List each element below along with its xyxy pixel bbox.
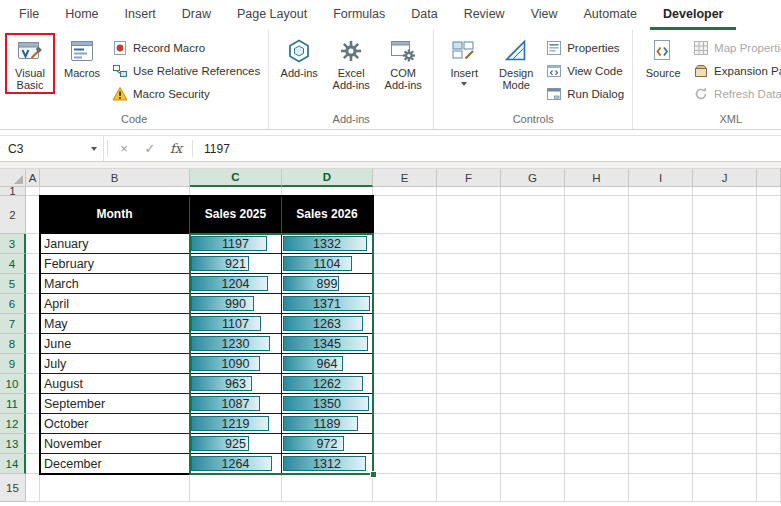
empty-cell[interactable]	[501, 334, 565, 354]
empty-cell[interactable]	[757, 474, 781, 502]
empty-cell[interactable]	[190, 474, 282, 502]
month-cell[interactable]: May	[40, 314, 190, 334]
empty-cell[interactable]	[40, 187, 190, 196]
empty-cell[interactable]	[437, 374, 501, 394]
row-header-1[interactable]: 1	[0, 187, 26, 196]
data-bar-cell[interactable]: 1219	[190, 414, 282, 434]
empty-cell[interactable]	[501, 234, 565, 254]
row-header-3[interactable]: 3	[0, 234, 26, 254]
empty-cell[interactable]	[437, 196, 501, 234]
table-header-cell-C[interactable]: Sales 2025	[190, 196, 282, 234]
month-cell[interactable]: June	[40, 334, 190, 354]
empty-cell[interactable]	[373, 454, 437, 474]
empty-cell[interactable]	[373, 374, 437, 394]
row-header-6[interactable]: 6	[0, 294, 26, 314]
select-all-corner[interactable]	[0, 169, 26, 187]
data-bar-cell[interactable]: 1189	[282, 414, 373, 434]
empty-cell[interactable]	[373, 274, 437, 294]
empty-cell[interactable]	[629, 334, 693, 354]
empty-cell[interactable]	[565, 454, 629, 474]
data-bar-cell[interactable]: 1264	[190, 454, 282, 474]
empty-cell[interactable]	[26, 454, 40, 474]
data-bar-cell[interactable]: 963	[190, 374, 282, 394]
empty-cell[interactable]	[437, 454, 501, 474]
empty-cell[interactable]	[629, 374, 693, 394]
properties-button[interactable]: Properties	[543, 38, 627, 57]
row-header-11[interactable]: 11	[0, 394, 26, 414]
data-bar-cell[interactable]: 1197	[190, 234, 282, 254]
empty-cell[interactable]	[757, 234, 781, 254]
data-bar-cell[interactable]: 1087	[190, 394, 282, 414]
empty-cell[interactable]	[437, 414, 501, 434]
insert-function-icon[interactable]: fx	[163, 136, 189, 161]
run-dialog-button[interactable]: Run Dialog	[543, 84, 627, 103]
empty-cell[interactable]	[437, 434, 501, 454]
source-button[interactable]: Source	[638, 33, 688, 81]
tab-home[interactable]: Home	[52, 0, 111, 30]
empty-cell[interactable]	[693, 254, 757, 274]
insert-controls-button[interactable]: Insert	[439, 33, 489, 88]
empty-cell[interactable]	[437, 474, 501, 502]
refresh-data-button[interactable]: Refresh Data	[690, 84, 781, 103]
data-bar-cell[interactable]: 1204	[190, 274, 282, 294]
column-header-J[interactable]: J	[693, 169, 757, 187]
formula-input[interactable]: 1197	[196, 136, 781, 161]
empty-cell[interactable]	[373, 254, 437, 274]
use-relative-references-button[interactable]: Use Relative References	[109, 61, 263, 80]
empty-cell[interactable]	[565, 234, 629, 254]
empty-cell[interactable]	[693, 334, 757, 354]
tab-insert[interactable]: Insert	[112, 0, 169, 30]
empty-cell[interactable]	[693, 374, 757, 394]
column-header-I[interactable]: I	[629, 169, 693, 187]
month-cell[interactable]: December	[40, 454, 190, 474]
month-cell[interactable]: February	[40, 254, 190, 274]
empty-cell[interactable]	[757, 314, 781, 334]
empty-cell[interactable]	[26, 414, 40, 434]
visual-basic-button[interactable]: Visual Basic	[5, 33, 55, 94]
empty-cell[interactable]	[501, 354, 565, 374]
column-header-A[interactable]: A	[26, 169, 40, 187]
view-code-button[interactable]: View Code	[543, 61, 627, 80]
add-ins-button[interactable]: Add-ins	[274, 33, 324, 81]
empty-cell[interactable]	[501, 294, 565, 314]
excel-add-ins-button[interactable]: Excel Add-ins	[326, 33, 376, 93]
empty-cell[interactable]	[693, 314, 757, 334]
data-bar-cell[interactable]: 990	[190, 294, 282, 314]
empty-cell[interactable]	[190, 187, 282, 196]
empty-cell[interactable]	[757, 196, 781, 234]
empty-cell[interactable]	[26, 234, 40, 254]
tab-formulas[interactable]: Formulas	[320, 0, 398, 30]
empty-cell[interactable]	[693, 187, 757, 196]
empty-cell[interactable]	[629, 414, 693, 434]
data-bar-cell[interactable]: 1263	[282, 314, 373, 334]
empty-cell[interactable]	[373, 314, 437, 334]
data-bar-cell[interactable]: 1345	[282, 334, 373, 354]
empty-cell[interactable]	[501, 196, 565, 234]
empty-cell[interactable]	[565, 254, 629, 274]
column-header-B[interactable]: B	[40, 169, 190, 187]
column-header-C[interactable]: C	[190, 169, 282, 187]
record-macro-button[interactable]: Record Macro	[109, 38, 263, 57]
data-bar-cell[interactable]: 1107	[190, 314, 282, 334]
empty-cell[interactable]	[565, 196, 629, 234]
row-header-15[interactable]: 15	[0, 474, 26, 502]
data-bar-cell[interactable]: 1371	[282, 294, 373, 314]
empty-cell[interactable]	[693, 196, 757, 234]
month-cell[interactable]: July	[40, 354, 190, 374]
empty-cell[interactable]	[757, 434, 781, 454]
empty-cell[interactable]	[757, 254, 781, 274]
tab-review[interactable]: Review	[451, 0, 518, 30]
name-box[interactable]: C3	[0, 136, 104, 161]
empty-cell[interactable]	[501, 314, 565, 334]
empty-cell[interactable]	[565, 474, 629, 502]
empty-cell[interactable]	[629, 294, 693, 314]
empty-cell[interactable]	[26, 434, 40, 454]
empty-cell[interactable]	[629, 394, 693, 414]
empty-cell[interactable]	[565, 187, 629, 196]
row-header-2[interactable]: 2	[0, 196, 26, 234]
empty-cell[interactable]	[26, 274, 40, 294]
empty-cell[interactable]	[693, 234, 757, 254]
empty-cell[interactable]	[373, 187, 437, 196]
empty-cell[interactable]	[565, 414, 629, 434]
empty-cell[interactable]	[501, 434, 565, 454]
